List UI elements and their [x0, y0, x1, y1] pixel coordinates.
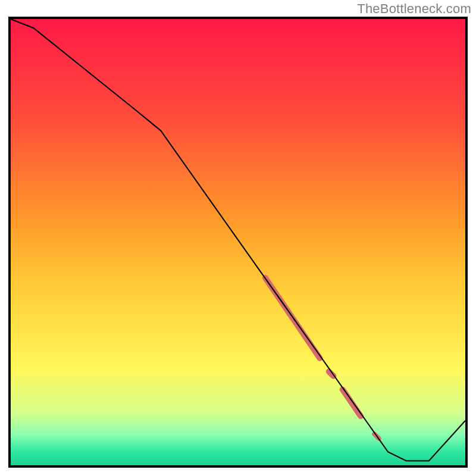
- plot-area: [8, 17, 468, 468]
- plot-svg: [11, 19, 465, 465]
- watermark-label: TheBottleneck.com: [357, 1, 471, 17]
- heat-background: [11, 19, 465, 465]
- chart-stage: TheBottleneck.com: [0, 0, 476, 476]
